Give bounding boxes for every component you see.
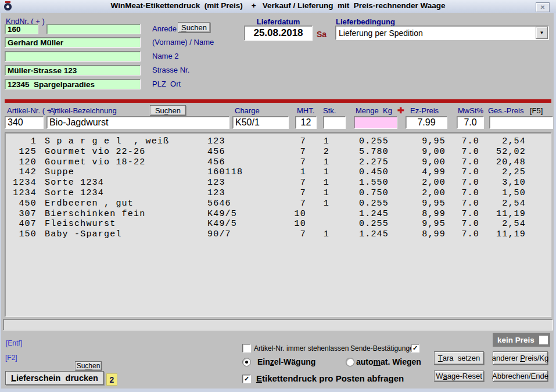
cell-mwst: 7.0 <box>446 229 479 240</box>
cell-charge: 5646 <box>207 199 256 209</box>
cell-charge: 123 <box>207 178 256 188</box>
cell-stk: 1 <box>306 136 329 147</box>
cell-mwst: 7.0 <box>446 178 479 188</box>
artikelnr-stehenlassen-checkbox[interactable]: ✓ <box>242 344 251 353</box>
abbrechen-ende-button[interactable]: Abbrechen/Ende <box>493 371 548 382</box>
window-border-bottom <box>0 389 556 392</box>
cell-mht: 7 <box>256 157 306 168</box>
lieferbedingung-value: Lieferung per Spedition <box>339 28 423 38</box>
positions-list[interactable]: 1S p a r g e l , weiß123710.2559,957.02,… <box>5 132 551 317</box>
list-item[interactable]: 407FleischwurstK49/5100.2559,957.02,54 <box>5 219 551 229</box>
cell-charge: K49/5 <box>207 209 256 220</box>
anderer-preis-button[interactable]: anderer Preis/Kg <box>493 351 548 365</box>
einzel-waegung-label[interactable]: Einzel-Wägung <box>257 357 315 366</box>
list-item[interactable]: 142Suppe160118110.4504,997.02,25 <box>5 167 551 178</box>
cell-mht: 10 <box>256 219 306 229</box>
cell-preis: 2,00 <box>389 188 446 199</box>
tara-setzen-button[interactable]: Tara setzen <box>434 351 484 365</box>
mht-label: MHT. <box>297 106 314 115</box>
lieferschein-drucken-button[interactable]: Lieferschein drucken <box>5 371 104 385</box>
name-field[interactable]: Gerhard Müller <box>5 37 141 48</box>
sende-bestaetigungen-checkbox[interactable]: ✓ <box>411 344 419 353</box>
article-search-button[interactable]: Suchen <box>150 105 186 116</box>
kein-preis-checkbox[interactable]: ✓ <box>539 336 548 344</box>
artikel-nr-label: Artikel-Nr. ( + ) <box>7 106 56 115</box>
close-icon: ✕ <box>540 4 545 10</box>
cell-charge: 456 <box>207 147 256 157</box>
etikettendruck-label[interactable]: Etikettendruck pro Posten abfragen <box>256 373 404 383</box>
footer-search-button[interactable]: Suchen <box>75 361 102 371</box>
anrede-field[interactable] <box>46 24 141 34</box>
einzel-waegung-radio[interactable] <box>242 358 251 366</box>
title-bar: WinMeat-Etikettendruck (mit Preis) + Ver… <box>0 0 556 13</box>
plz-ort-field[interactable]: 12345 Spargelparadies <box>5 79 141 89</box>
cell-mwst: 7.0 <box>446 136 479 147</box>
cell-charge: K49/5 <box>207 219 256 229</box>
cell-bez: Baby -Spargel <box>45 229 207 240</box>
cell-nr: 307 <box>5 209 37 220</box>
list-item[interactable]: 307Bierschinken feinK49/5101.2458,997.01… <box>5 209 551 220</box>
list-item[interactable]: 450Erdbeeren , gut5646710.2559,957.02,54 <box>5 199 551 209</box>
chevron-down-icon: ▼ <box>540 30 544 35</box>
lieferbedingung-select[interactable]: Lieferung per Spedition ▼ <box>335 26 549 40</box>
ez-preis-field[interactable]: 7.99 <box>406 116 447 129</box>
check-icon: ✓ <box>412 345 418 351</box>
close-button[interactable]: ✕ <box>536 2 550 12</box>
kndnr-field[interactable]: 160 <box>5 24 38 34</box>
automat-wiegen-radio[interactable] <box>346 358 354 366</box>
cell-nr: 125 <box>5 147 37 157</box>
cell-menge: 0.255 <box>329 199 389 209</box>
sende-bestaetigungen-label[interactable]: Sende-Bestätigungen <box>350 344 417 353</box>
cell-bez: S p a r g e l , weiß <box>45 136 207 147</box>
cell-menge: 0.255 <box>329 219 389 229</box>
f5-label: [F5] <box>530 106 543 115</box>
customer-search-button[interactable]: Suchen <box>178 22 210 33</box>
cell-mwst: 7.0 <box>446 157 479 168</box>
strasse-field[interactable]: Müller-Strasse 123 <box>5 65 141 75</box>
list-item[interactable]: 120Gourmet vio 18-22456712.2759,007.020,… <box>5 157 551 168</box>
waage-reset-button[interactable]: Waage-Reset <box>434 371 484 382</box>
artikel-nr-field[interactable]: 340 <box>5 116 44 129</box>
cell-nr: 450 <box>5 199 37 209</box>
cell-ges: 20,48 <box>479 157 526 168</box>
cell-menge: 1.550 <box>329 178 389 188</box>
cell-mht: 7 <box>256 178 306 188</box>
artikel-bez-field[interactable]: Bio-Jagdwurst <box>46 116 229 129</box>
artikelnr-stehenlassen-label[interactable]: Artikel-Nr. immer stehenlassen <box>254 344 349 353</box>
lieferbedingung-label: Lieferbedingung <box>336 17 395 26</box>
list-item[interactable]: 150Baby -Spargel90/7711.2458,997.011,19 <box>5 229 551 240</box>
list-item[interactable]: 1234Sorte 1234123710.7502,007.01,50 <box>5 188 551 199</box>
menge-field[interactable] <box>354 116 397 129</box>
lieferdatum-field[interactable]: 25.08.2018 <box>244 26 313 41</box>
cell-nr: 1 <box>5 136 37 147</box>
mwst-field[interactable]: 7.0 <box>457 116 484 129</box>
cell-nr: 120 <box>5 157 37 168</box>
automat-wiegen-label[interactable]: automat. Wiegen <box>356 357 421 366</box>
list-item[interactable]: 1234Sorte 1234123711.5502,007.03,10 <box>5 178 551 188</box>
ges-preis-field[interactable] <box>489 116 553 129</box>
cell-ges: 3,10 <box>479 178 526 188</box>
list-item[interactable]: 125Gourmet vio 22-26456725.7809,007.052,… <box>5 147 551 157</box>
cell-preis: 4,99 <box>389 167 446 178</box>
plus-icon: ✚ <box>397 106 404 115</box>
cell-nr: 1234 <box>5 178 37 188</box>
name2-field[interactable] <box>5 51 141 62</box>
cell-ges: 2,54 <box>479 219 526 229</box>
cell-ges: 2,54 <box>479 136 526 147</box>
mht-field[interactable]: 12 <box>295 116 317 129</box>
cell-bez: Fleischwurst <box>45 219 207 229</box>
etikettendruck-checkbox[interactable]: ✓ <box>242 375 251 383</box>
stk-field[interactable] <box>323 116 346 129</box>
cell-mht: 7 <box>256 188 306 199</box>
list-item[interactable]: 1S p a r g e l , weiß123710.2559,957.02,… <box>5 136 551 147</box>
charge-field[interactable]: K50/1 <box>232 116 289 129</box>
cell-ges: 1,50 <box>479 188 526 199</box>
cell-nr: 407 <box>5 219 37 229</box>
cell-mwst: 7.0 <box>446 188 479 199</box>
dropdown-button[interactable]: ▼ <box>536 27 548 39</box>
status-line-field[interactable] <box>3 319 553 330</box>
mwst-label: MwSt% <box>458 106 483 115</box>
cell-mht: 7 <box>256 229 306 240</box>
cell-preis: 9,95 <box>389 136 446 147</box>
cell-nr: 142 <box>5 167 37 178</box>
